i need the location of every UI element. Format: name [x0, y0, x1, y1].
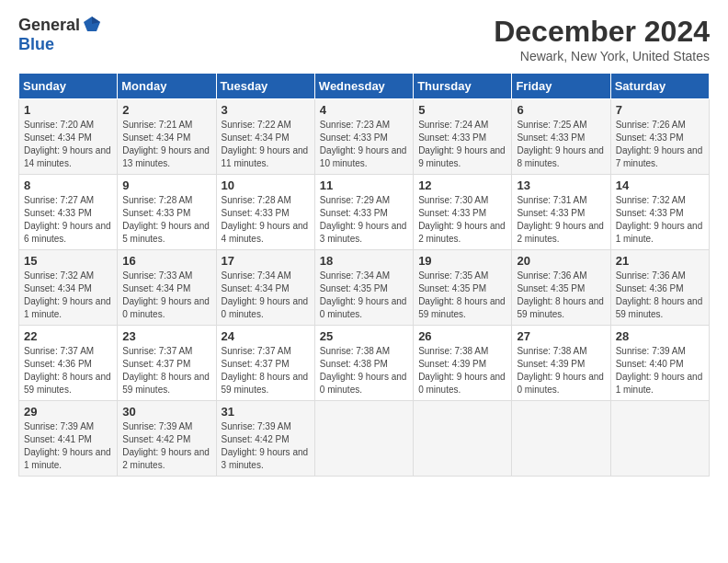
calendar-table: SundayMondayTuesdayWednesdayThursdayFrid… — [18, 73, 710, 477]
day-info: Sunrise: 7:21 AMSunset: 4:34 PMDaylight:… — [122, 119, 210, 170]
day-number: 29 — [24, 405, 112, 419]
calendar-cell: 25Sunrise: 7:38 AMSunset: 4:38 PMDayligh… — [314, 326, 413, 401]
day-info: Sunrise: 7:32 AMSunset: 4:34 PMDaylight:… — [24, 270, 112, 321]
calendar-cell: 17Sunrise: 7:34 AMSunset: 4:34 PMDayligh… — [216, 250, 314, 326]
day-number: 31 — [222, 405, 310, 419]
day-number: 9 — [122, 178, 210, 192]
calendar-cell: 2Sunrise: 7:21 AMSunset: 4:34 PMDaylight… — [118, 99, 216, 175]
day-number: 21 — [616, 254, 704, 268]
day-info: Sunrise: 7:33 AMSunset: 4:34 PMDaylight:… — [122, 270, 210, 321]
day-number: 17 — [222, 254, 310, 268]
calendar-cell: 11Sunrise: 7:29 AMSunset: 4:33 PMDayligh… — [314, 175, 413, 250]
day-info: Sunrise: 7:28 AMSunset: 4:33 PMDaylight:… — [222, 194, 310, 246]
day-number: 24 — [222, 329, 310, 343]
day-number: 8 — [24, 178, 112, 192]
calendar-week-row: 15Sunrise: 7:32 AMSunset: 4:34 PMDayligh… — [19, 250, 710, 326]
day-number: 7 — [616, 103, 704, 117]
day-number: 18 — [320, 254, 408, 268]
calendar-cell: 23Sunrise: 7:37 AMSunset: 4:37 PMDayligh… — [118, 326, 216, 401]
day-number: 26 — [418, 329, 506, 343]
day-info: Sunrise: 7:37 AMSunset: 4:37 PMDaylight:… — [222, 345, 310, 396]
day-info: Sunrise: 7:39 AMSunset: 4:42 PMDaylight:… — [122, 420, 210, 472]
calendar-cell — [512, 401, 610, 477]
day-info: Sunrise: 7:25 AMSunset: 4:33 PMDaylight:… — [517, 119, 605, 170]
calendar-cell: 22Sunrise: 7:37 AMSunset: 4:36 PMDayligh… — [19, 326, 118, 401]
day-info: Sunrise: 7:34 AMSunset: 4:34 PMDaylight:… — [222, 270, 310, 321]
day-number: 3 — [222, 103, 310, 117]
calendar-cell: 19Sunrise: 7:35 AMSunset: 4:35 PMDayligh… — [414, 250, 512, 326]
day-number: 15 — [24, 254, 112, 268]
calendar-cell: 7Sunrise: 7:26 AMSunset: 4:33 PMDaylight… — [610, 99, 709, 175]
day-number: 13 — [517, 178, 605, 192]
logo-blue: Blue — [18, 35, 54, 53]
calendar-cell: 14Sunrise: 7:32 AMSunset: 4:33 PMDayligh… — [610, 175, 709, 250]
day-number: 14 — [616, 178, 704, 192]
day-info: Sunrise: 7:32 AMSunset: 4:33 PMDaylight:… — [616, 194, 704, 246]
calendar-cell — [610, 401, 709, 477]
day-info: Sunrise: 7:35 AMSunset: 4:35 PMDaylight:… — [418, 270, 506, 321]
logo-flag-icon — [82, 15, 102, 35]
day-info: Sunrise: 7:38 AMSunset: 4:38 PMDaylight:… — [320, 345, 408, 396]
col-header-sunday: Sunday — [19, 74, 118, 99]
day-number: 20 — [517, 254, 605, 268]
calendar-week-row: 22Sunrise: 7:37 AMSunset: 4:36 PMDayligh… — [19, 326, 710, 401]
day-number: 12 — [418, 178, 506, 192]
day-info: Sunrise: 7:34 AMSunset: 4:35 PMDaylight:… — [320, 270, 408, 321]
day-info: Sunrise: 7:39 AMSunset: 4:40 PMDaylight:… — [616, 345, 704, 396]
calendar-cell: 24Sunrise: 7:37 AMSunset: 4:37 PMDayligh… — [216, 326, 314, 401]
calendar-week-row: 8Sunrise: 7:27 AMSunset: 4:33 PMDaylight… — [19, 175, 710, 250]
day-number: 11 — [320, 178, 408, 192]
calendar-cell: 3Sunrise: 7:22 AMSunset: 4:34 PMDaylight… — [216, 99, 314, 175]
day-info: Sunrise: 7:38 AMSunset: 4:39 PMDaylight:… — [418, 345, 506, 396]
col-header-friday: Friday — [512, 74, 610, 99]
day-number: 6 — [517, 103, 605, 117]
col-header-saturday: Saturday — [610, 74, 709, 99]
calendar-cell: 26Sunrise: 7:38 AMSunset: 4:39 PMDayligh… — [414, 326, 512, 401]
day-number: 5 — [418, 103, 506, 117]
calendar-cell: 31Sunrise: 7:39 AMSunset: 4:42 PMDayligh… — [216, 401, 314, 477]
calendar-cell: 5Sunrise: 7:24 AMSunset: 4:33 PMDaylight… — [414, 99, 512, 175]
day-number: 16 — [122, 254, 210, 268]
calendar-cell: 27Sunrise: 7:38 AMSunset: 4:39 PMDayligh… — [512, 326, 610, 401]
day-info: Sunrise: 7:36 AMSunset: 4:35 PMDaylight:… — [517, 270, 605, 321]
day-number: 2 — [122, 103, 210, 117]
day-number: 27 — [517, 329, 605, 343]
day-number: 23 — [122, 329, 210, 343]
day-info: Sunrise: 7:30 AMSunset: 4:33 PMDaylight:… — [418, 194, 506, 246]
day-info: Sunrise: 7:26 AMSunset: 4:33 PMDaylight:… — [616, 119, 704, 170]
day-info: Sunrise: 7:37 AMSunset: 4:37 PMDaylight:… — [122, 345, 210, 396]
day-number: 10 — [222, 178, 310, 192]
day-info: Sunrise: 7:37 AMSunset: 4:36 PMDaylight:… — [24, 345, 112, 396]
day-info: Sunrise: 7:39 AMSunset: 4:42 PMDaylight:… — [222, 420, 310, 472]
day-number: 30 — [122, 405, 210, 419]
calendar-cell: 21Sunrise: 7:36 AMSunset: 4:36 PMDayligh… — [610, 250, 709, 326]
calendar-cell: 28Sunrise: 7:39 AMSunset: 4:40 PMDayligh… — [610, 326, 709, 401]
day-info: Sunrise: 7:36 AMSunset: 4:36 PMDaylight:… — [616, 270, 704, 321]
day-info: Sunrise: 7:24 AMSunset: 4:33 PMDaylight:… — [418, 119, 506, 170]
col-header-thursday: Thursday — [414, 74, 512, 99]
logo: General Blue — [18, 15, 102, 54]
calendar-cell: 15Sunrise: 7:32 AMSunset: 4:34 PMDayligh… — [19, 250, 118, 326]
col-header-wednesday: Wednesday — [314, 74, 413, 99]
day-info: Sunrise: 7:23 AMSunset: 4:33 PMDaylight:… — [320, 119, 408, 170]
day-info: Sunrise: 7:39 AMSunset: 4:41 PMDaylight:… — [24, 420, 112, 472]
day-info: Sunrise: 7:27 AMSunset: 4:33 PMDaylight:… — [24, 194, 112, 246]
logo-general: General — [18, 16, 80, 35]
day-info: Sunrise: 7:20 AMSunset: 4:34 PMDaylight:… — [24, 119, 112, 170]
day-number: 1 — [24, 103, 112, 117]
calendar-cell: 13Sunrise: 7:31 AMSunset: 4:33 PMDayligh… — [512, 175, 610, 250]
calendar-week-row: 29Sunrise: 7:39 AMSunset: 4:41 PMDayligh… — [19, 401, 710, 477]
header: General Blue December 2024 Newark, New Y… — [18, 15, 710, 63]
calendar-week-row: 1Sunrise: 7:20 AMSunset: 4:34 PMDaylight… — [19, 99, 710, 175]
calendar-cell: 4Sunrise: 7:23 AMSunset: 4:33 PMDaylight… — [314, 99, 413, 175]
calendar-cell: 10Sunrise: 7:28 AMSunset: 4:33 PMDayligh… — [216, 175, 314, 250]
day-info: Sunrise: 7:28 AMSunset: 4:33 PMDaylight:… — [122, 194, 210, 246]
calendar-cell: 30Sunrise: 7:39 AMSunset: 4:42 PMDayligh… — [118, 401, 216, 477]
day-info: Sunrise: 7:31 AMSunset: 4:33 PMDaylight:… — [517, 194, 605, 246]
day-info: Sunrise: 7:38 AMSunset: 4:39 PMDaylight:… — [517, 345, 605, 396]
calendar-cell: 8Sunrise: 7:27 AMSunset: 4:33 PMDaylight… — [19, 175, 118, 250]
calendar-cell: 16Sunrise: 7:33 AMSunset: 4:34 PMDayligh… — [118, 250, 216, 326]
calendar-cell: 6Sunrise: 7:25 AMSunset: 4:33 PMDaylight… — [512, 99, 610, 175]
calendar-cell — [314, 401, 413, 477]
day-number: 28 — [616, 329, 704, 343]
